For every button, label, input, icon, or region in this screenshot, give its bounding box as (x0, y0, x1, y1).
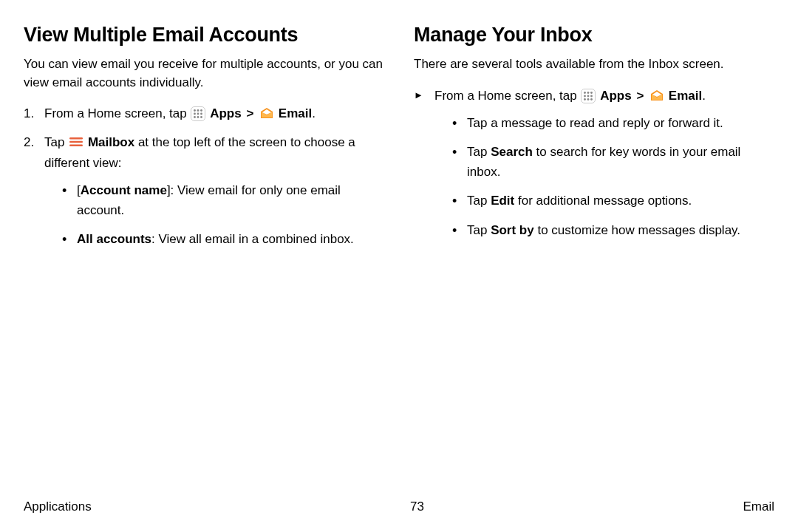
svg-point-3 (194, 113, 197, 115)
apps-icon (191, 106, 205, 121)
tool-edit-pre: Tap (467, 194, 491, 208)
sub-account-name: [Account name]: View email for only one … (62, 180, 384, 220)
email-icon (259, 106, 274, 120)
tool-search-pre: Tap (467, 145, 491, 159)
step-1: From a Home screen, tap Apps > (24, 103, 384, 123)
heading-view-multiple: View Multiple Email Accounts (24, 24, 384, 47)
step-right-pre: From a Home screen, tap (434, 89, 580, 103)
svg-point-20 (587, 98, 590, 100)
svg-point-4 (197, 113, 200, 115)
step-2-pre: Tap (44, 135, 68, 149)
intro-right: There are several tools available from t… (414, 55, 774, 74)
left-column: View Multiple Email Accounts You can vie… (24, 24, 384, 258)
svg-point-16 (584, 95, 587, 97)
svg-rect-10 (69, 137, 83, 140)
svg-point-2 (201, 109, 203, 112)
account-name-label: Account name (81, 183, 167, 197)
email-icon (649, 88, 664, 103)
apps-icon (581, 89, 596, 103)
email-label: Email (669, 89, 702, 103)
svg-point-7 (197, 116, 200, 118)
step-right-post: . (702, 89, 706, 103)
svg-rect-12 (69, 145, 83, 147)
svg-point-17 (587, 95, 590, 97)
tool-sortby-pre: Tap (467, 223, 491, 237)
footer-topic: Email (743, 499, 774, 514)
svg-point-6 (194, 116, 197, 118)
all-accounts-label: All accounts (77, 232, 151, 246)
svg-point-5 (201, 113, 203, 115)
mailbox-label: Mailbox (88, 135, 134, 149)
step-1-pre: From a Home screen, tap (44, 106, 190, 120)
chevron-right-icon: > (246, 106, 253, 120)
page-content: View Multiple Email Accounts You can vie… (0, 0, 798, 258)
page-footer: Applications 73 Email (24, 499, 774, 514)
step-2-sublist: [Account name]: View email for only one … (44, 180, 384, 250)
svg-point-14 (587, 92, 590, 94)
tool-sortby-bold: Sort by (491, 223, 534, 237)
svg-point-18 (591, 95, 593, 97)
tool-search-bold: Search (491, 145, 533, 159)
svg-point-13 (584, 92, 587, 94)
svg-point-1 (197, 109, 200, 112)
footer-page-number: 73 (410, 499, 424, 514)
tool-edit-post: for additional message options. (514, 194, 692, 208)
apps-label: Apps (210, 106, 242, 120)
footer-section: Applications (24, 499, 92, 514)
tool-sortby-post: to customize how messages display. (534, 223, 740, 237)
svg-point-8 (201, 116, 203, 118)
email-label: Email (279, 106, 312, 120)
steps-left: From a Home screen, tap Apps > (24, 103, 384, 249)
sub-all-accounts: All accounts: View all email in a combin… (62, 229, 384, 249)
svg-point-0 (194, 109, 197, 112)
step-right-1: From a Home screen, tap Apps > (414, 86, 774, 240)
tool-sortby: Tap Sort by to customize how messages di… (452, 220, 774, 240)
svg-point-21 (591, 98, 593, 100)
heading-manage-inbox: Manage Your Inbox (414, 24, 774, 47)
apps-label: Apps (600, 89, 632, 103)
intro-left: You can view email you receive for multi… (24, 55, 384, 92)
right-column: Manage Your Inbox There are several tool… (414, 24, 774, 258)
tool-edit-bold: Edit (491, 194, 514, 208)
tool-search: Tap Search to search for key words in yo… (452, 142, 774, 182)
tool-read: Tap a message to read and reply or forwa… (452, 113, 774, 133)
inbox-tools: Tap a message to read and reply or forwa… (434, 113, 774, 240)
svg-point-15 (591, 92, 593, 94)
sub-all-accounts-text: : View all email in a combined inbox. (151, 232, 354, 246)
tool-edit: Tap Edit for additional message options. (452, 191, 774, 211)
step-1-post: . (312, 106, 316, 120)
svg-rect-11 (69, 141, 83, 143)
steps-right: From a Home screen, tap Apps > (414, 86, 774, 240)
svg-point-19 (584, 98, 587, 100)
step-2: Tap Mailbox at the top left of the scree… (24, 132, 384, 249)
mailbox-icon (69, 137, 83, 147)
chevron-right-icon: > (636, 89, 644, 103)
